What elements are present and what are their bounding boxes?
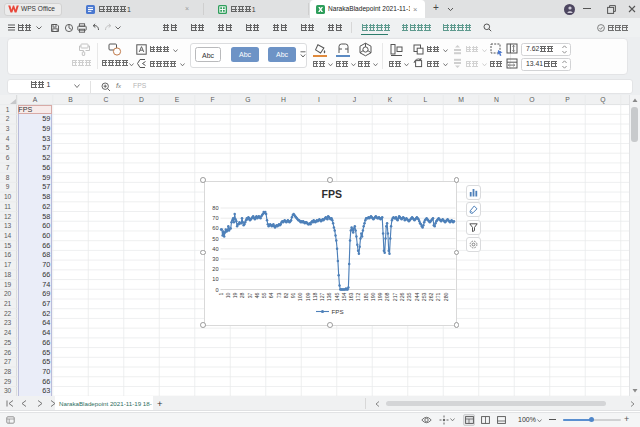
svg-text:235: 235 <box>406 292 412 301</box>
svg-text:50: 50 <box>212 235 218 241</box>
svg-text:226: 226 <box>399 292 405 301</box>
svg-text:55: 55 <box>261 292 267 298</box>
svg-text:1: 1 <box>217 292 223 295</box>
svg-text:163: 163 <box>348 292 354 301</box>
svg-text:30: 30 <box>212 255 218 261</box>
svg-text:145: 145 <box>333 292 339 301</box>
svg-text:154: 154 <box>340 292 346 301</box>
svg-text:FPS: FPS <box>321 188 341 200</box>
svg-text:244: 244 <box>413 292 419 301</box>
svg-text:190: 190 <box>369 292 375 301</box>
svg-text:109: 109 <box>304 292 310 301</box>
svg-text:80: 80 <box>212 205 218 211</box>
svg-text:0: 0 <box>215 286 218 292</box>
svg-text:82: 82 <box>282 292 288 298</box>
svg-text:208: 208 <box>384 292 390 301</box>
svg-text:FPS: FPS <box>331 307 343 314</box>
svg-text:100: 100 <box>297 292 303 301</box>
svg-text:40: 40 <box>212 245 218 251</box>
svg-text:20: 20 <box>212 266 218 272</box>
svg-text:64: 64 <box>268 292 274 298</box>
svg-text:217: 217 <box>391 292 397 301</box>
svg-text:280: 280 <box>442 292 448 301</box>
svg-text:136: 136 <box>326 292 332 301</box>
svg-text:70: 70 <box>212 215 218 221</box>
svg-text:46: 46 <box>253 292 259 298</box>
svg-text:172: 172 <box>355 292 361 301</box>
svg-text:10: 10 <box>212 276 218 282</box>
svg-text:262: 262 <box>428 292 434 301</box>
svg-text:271: 271 <box>435 292 441 301</box>
svg-text:37: 37 <box>246 292 252 298</box>
svg-text:91: 91 <box>290 292 296 298</box>
svg-text:199: 199 <box>377 292 383 301</box>
svg-text:28: 28 <box>239 292 245 298</box>
svg-text:181: 181 <box>362 292 368 301</box>
svg-text:19: 19 <box>232 292 238 298</box>
svg-text:10: 10 <box>224 292 230 298</box>
svg-text:118: 118 <box>311 292 317 300</box>
svg-text:127: 127 <box>319 292 325 301</box>
svg-text:253: 253 <box>420 292 426 301</box>
svg-text:60: 60 <box>212 225 218 231</box>
svg-text:73: 73 <box>275 292 281 298</box>
